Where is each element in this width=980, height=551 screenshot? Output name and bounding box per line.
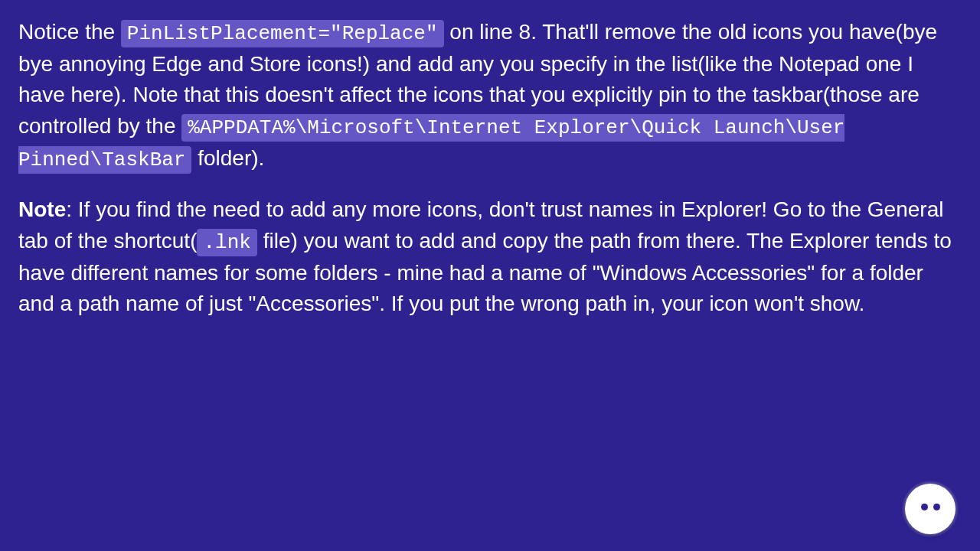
text: Notice the [18,20,121,44]
chat-bubble-eyes [921,504,940,510]
note-label: Note [18,197,66,221]
paragraph-1: Notice the PinListPlacement="Replace" on… [18,17,962,174]
code-lnk: .lnk [197,229,256,256]
code-pinlist: PinListPlacement="Replace" [121,20,444,47]
paragraph-2: Note: If you find the need to add any mo… [18,194,962,319]
text: folder). [191,146,264,170]
eye-icon [921,504,928,510]
chat-bubble-icon[interactable] [905,484,956,534]
eye-icon [933,504,940,510]
article-body: Notice the PinListPlacement="Replace" on… [0,0,980,357]
